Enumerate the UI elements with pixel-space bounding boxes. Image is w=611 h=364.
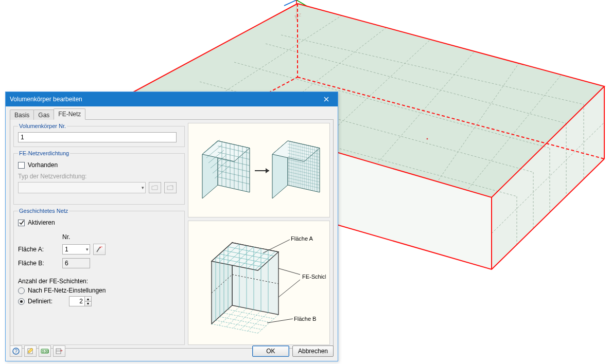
svg-line-127 xyxy=(267,319,293,323)
spinner-up-button[interactable]: ▲ xyxy=(84,296,92,301)
layer-count-spinner[interactable]: ▲ ▼ xyxy=(69,296,92,306)
radio-defined-label: Definiert: xyxy=(28,298,66,305)
radio-defined[interactable] xyxy=(18,298,25,305)
tab-bar: Basis Gas FE-Netz xyxy=(10,108,334,120)
refinement-open-button xyxy=(149,182,161,193)
chevron-down-icon: ▾ xyxy=(86,247,89,252)
svg-point-31 xyxy=(427,138,428,140)
group-mesh-refinement-legend: FE-Netzverdichtung xyxy=(18,150,70,156)
illustration-layered: Fläche A FE-Schichten Fläche B xyxy=(188,221,330,345)
help-button[interactable]: ? xyxy=(10,345,22,357)
dialog-title: Volumenkörper bearbeiten xyxy=(10,96,315,103)
tab-gas[interactable]: Gas xyxy=(33,110,54,120)
ok-button[interactable]: OK xyxy=(252,345,289,357)
refinement-illustration-svg xyxy=(192,132,326,209)
svg-line-126 xyxy=(278,280,300,297)
units-button[interactable]: 0.00 xyxy=(39,345,51,357)
face-b-label: Fläche B: xyxy=(18,260,62,267)
radio-by-settings-label: Nach FE-Netz-Einstellungen xyxy=(28,287,106,294)
close-icon xyxy=(324,97,329,102)
svg-line-124 xyxy=(263,240,290,253)
svg-line-110 xyxy=(233,310,254,328)
face-a-pick-button[interactable] xyxy=(93,244,106,255)
refinement-present-checkbox[interactable] xyxy=(18,162,25,169)
close-button[interactable] xyxy=(315,92,338,106)
refinement-type-select: ▾ xyxy=(18,182,146,193)
face-a-select[interactable]: 1 ▾ xyxy=(62,244,90,254)
folder-open-icon xyxy=(151,185,159,191)
svg-text:0.00: 0.00 xyxy=(42,350,49,353)
layer-count-input[interactable] xyxy=(69,296,84,306)
activate-layered-checkbox[interactable] xyxy=(18,220,25,226)
refinement-type-label: Typ der Netzverdichtung: xyxy=(18,173,180,180)
illustration-refinement xyxy=(188,123,330,217)
face-b-field: 6 xyxy=(62,258,90,268)
edit-solid-dialog: Volumenkörper bearbeiten Basis Gas FE-Ne… xyxy=(5,92,338,361)
svg-marker-57 xyxy=(266,168,269,173)
group-layered-mesh-legend: Geschichtetes Netz xyxy=(18,208,69,214)
note-edit-icon xyxy=(27,348,34,355)
tab-panel-fe-netz: Volumenkörper Nr. 1 FE-Netzverdichtung V… xyxy=(10,119,334,349)
export-table-icon xyxy=(56,348,63,355)
chevron-down-icon: ▾ xyxy=(142,185,144,190)
svg-rect-133 xyxy=(56,349,61,354)
picker-icon xyxy=(96,246,103,253)
svg-line-112 xyxy=(248,313,268,331)
units-icon: 0.00 xyxy=(41,348,49,355)
svg-line-103 xyxy=(258,315,278,333)
tab-fe-netz[interactable]: FE-Netz xyxy=(54,108,85,120)
svg-line-104 xyxy=(216,320,262,330)
diagram-label-face-a: Fläche A xyxy=(291,235,313,242)
radio-by-settings[interactable] xyxy=(18,287,25,294)
svg-text:?: ? xyxy=(14,349,18,354)
spinner-down-button[interactable]: ▼ xyxy=(84,301,92,307)
diagram-label-face-b: Fläche B xyxy=(294,316,316,322)
group-layered-mesh: Geschichtetes Netz Aktivieren Nr. Fläche… xyxy=(13,208,185,345)
checkmark-icon xyxy=(19,220,24,225)
dialog-footer: ? 0.00 OK Abbrechen xyxy=(10,345,334,357)
solid-number-field[interactable]: 1 xyxy=(18,132,177,142)
layer-count-label: Anzahl der FE-Schichten: xyxy=(18,278,180,285)
activate-layered-label: Aktivieren xyxy=(28,219,55,226)
folder-new-icon xyxy=(167,185,174,191)
layered-illustration-svg: Fläche A FE-Schichten Fläche B xyxy=(192,221,326,344)
svg-line-111 xyxy=(240,311,261,330)
svg-point-32 xyxy=(100,247,101,248)
face-a-label: Fläche A: xyxy=(18,246,62,253)
svg-line-125 xyxy=(278,268,300,275)
export-button[interactable] xyxy=(53,345,65,357)
group-solid-number: Volumenkörper Nr. 1 xyxy=(13,123,185,147)
diagram-label-fe-layers: FE-Schichten xyxy=(302,274,326,280)
note-button[interactable] xyxy=(24,345,37,357)
refinement-present-label: Vorhanden xyxy=(28,161,58,169)
svg-line-102 xyxy=(212,324,258,333)
help-icon: ? xyxy=(12,348,20,355)
cancel-button[interactable]: Abbrechen xyxy=(292,345,334,357)
tab-basis[interactable]: Basis xyxy=(10,110,34,120)
column-header-nr: Nr. xyxy=(62,233,90,241)
refinement-new-button xyxy=(164,182,177,193)
dialog-titlebar[interactable]: Volumenkörper bearbeiten xyxy=(6,92,338,106)
group-mesh-refinement: FE-Netzverdichtung Vorhanden Typ der Net… xyxy=(13,150,185,205)
group-solid-number-legend: Volumenkörper Nr. xyxy=(18,123,67,129)
